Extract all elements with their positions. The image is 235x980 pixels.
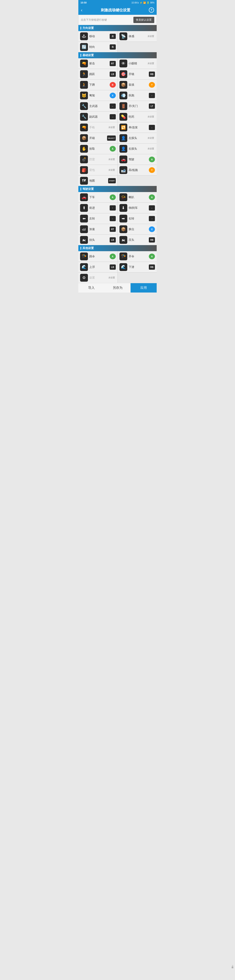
apply-button[interactable]: 应用 [131,283,157,293]
setting-peekright[interactable]: 👤 右探头 未设置 [118,143,157,154]
jump-key[interactable]: LB [110,72,116,77]
seat-icon: 📦 [120,225,127,233]
setting-bag[interactable]: 🎒 背包 未设置 [78,165,117,175]
primary-key[interactable]: ← [110,103,116,109]
motion-key[interactable]: 未设置 [147,34,155,39]
setting-drive[interactable]: 🚗 驾驶 A [118,154,157,165]
save-as-button[interactable]: 另存为 [104,283,131,293]
parachute-jump-key[interactable]: A [110,254,116,259]
scope-key[interactable]: RB [149,72,155,77]
setting-head-down[interactable]: 🏍 压头 RB [118,235,157,245]
heal-key[interactable]: 未设置 [147,114,155,119]
prone-key[interactable]: X [110,93,116,98]
setting-door[interactable]: 🚪 开/关门 LT [118,101,157,111]
peekleft-key[interactable]: 未设置 [147,135,155,141]
shoot-key[interactable]: RT [110,61,116,66]
setting-shoot[interactable]: 🔫 射击 RT [78,58,117,69]
sprint-key[interactable]: ↑ [149,93,155,98]
setting-pistol[interactable]: 🔫 手枪 未设置 [78,122,117,133]
eye-key[interactable]: 未设置 [147,61,155,66]
setting-swim-down[interactable]: 🌊 下潜 RB [118,262,157,272]
horn-key[interactable]: A [149,194,155,200]
section-other: 其他设置 [78,245,157,251]
help-button[interactable]: ? [149,7,154,13]
setting-exit-car[interactable]: 🚗 下车 A [78,192,117,202]
peekright-key[interactable]: 未设置 [147,146,155,151]
setting-peekleft[interactable]: 👤 左探头 未设置 [118,133,157,143]
firemode-key[interactable]: ↓ [149,125,155,130]
setting-heal[interactable]: 💊 吃药 未设置 [118,111,157,122]
notice-bar: 点击下方按钮进行改键 恢复默认设置 [78,15,157,25]
crouch-key[interactable]: B [110,82,116,88]
pistol-key[interactable]: 未设置 [107,125,116,130]
page-title: 刺激战场键位设置 [83,8,149,13]
swim-down-key[interactable]: RB [149,264,155,270]
setting-brake[interactable]: ⬇ 倒/刹车 ↓ [118,203,157,213]
setting-head-up[interactable]: 🏍 抬头 LB [78,235,117,245]
setting-reload[interactable]: 📦 装填 Y [118,80,157,90]
head-up-key[interactable]: LB [110,237,116,242]
setting-sprint[interactable]: 💨 疾跑 ↑ [118,90,157,101]
drive-key[interactable]: A [149,157,155,162]
options-icon: ⚙ [80,274,88,282]
setting-seat[interactable]: 📦 换位 X [118,224,157,234]
drive-icon: 🚗 [120,156,127,163]
setting-motion[interactable]: 📡 体感 未设置 [118,31,157,41]
pickup-key[interactable]: A [110,146,116,151]
setting-eye[interactable]: 👁 小眼睛 未设置 [118,58,157,69]
setting-forward[interactable]: ⬆ 前进 ↑ [78,203,117,213]
back-button[interactable]: ‹ [81,8,83,13]
exit-car-key[interactable]: A [110,194,116,200]
move-key[interactable]: 左 [110,34,116,39]
setting-options[interactable]: ⚙ 设置 未设置 [78,272,117,283]
battery-icon: 🔋 [147,2,149,4]
throw-key[interactable]: Y [149,167,155,173]
setting-right-turn[interactable]: ➡ 右转 → [118,213,157,224]
setting-jump[interactable]: 🏃 跳跃 LB [78,69,117,80]
swim-up-key[interactable]: LB [110,264,116,270]
setting-swim-up[interactable]: 🌊 上浮 LB [78,262,117,272]
forward-key[interactable]: ↑ [110,205,116,210]
setting-map[interactable]: 🗺 地图 START [78,175,117,186]
bottom-bar: 导入 另存为 应用 [78,283,157,293]
setting-firemode[interactable]: 🔁 单/连发 ↓ [118,122,157,133]
setting-accel[interactable]: 🏎 加速 RT [78,224,117,234]
turn-key[interactable]: 右 [110,45,116,49]
setting-pickup[interactable]: ✋ 拾取 A [78,143,117,154]
brake-key[interactable]: ↓ [149,205,155,210]
right-turn-key[interactable]: → [149,216,155,221]
setting-parachute-open[interactable]: 🪂 开伞 A [118,251,157,262]
setting-crouch[interactable]: 🧎 下蹲 B [78,80,117,90]
accel-key[interactable]: RT [110,227,116,232]
pistol-label: 手枪 [89,126,106,129]
setting-scope[interactable]: 🎯 开镜 RB [118,69,157,80]
empty3 [118,272,157,283]
setting-primary[interactable]: 🔧 主武器 ← [78,101,117,111]
seat-key[interactable]: X [149,226,155,232]
map-key[interactable]: START [108,178,115,183]
setting-move[interactable]: 🕹 移动 左 [78,31,117,41]
setting-horn[interactable]: 📯 喇叭 A [118,192,157,202]
import-button[interactable]: 导入 [78,283,104,293]
grenade-key[interactable]: 未设置 [107,157,116,162]
left-turn-icon: ⬅ [80,215,88,223]
head-down-key[interactable]: RB [149,237,155,242]
setting-left-turn[interactable]: ⬅ 左转 ← [78,213,117,224]
parachute-open-key[interactable]: A [149,254,155,259]
openbox-key[interactable]: SELECT [107,135,116,141]
setting-parachute-jump[interactable]: 🪂 跳伞 A [78,251,117,262]
reload-key[interactable]: Y [149,82,155,88]
setting-throw[interactable]: 🎿 高/低抛 Y [118,165,157,175]
bag-key[interactable]: 未设置 [107,167,116,173]
setting-grenade[interactable]: 💣 扔雷 未设置 [78,154,117,165]
setting-openbox[interactable]: 📦 开箱 SELECT [78,133,117,143]
options-key[interactable]: 未设置 [107,275,116,280]
section-basic: 基础设置 [78,52,157,58]
door-key[interactable]: LT [149,103,155,109]
left-turn-key[interactable]: ← [110,216,116,221]
setting-turn[interactable]: 🔄 转向 右 [78,42,117,52]
reset-button[interactable]: 恢复默认设置 [133,17,154,23]
secondary-key[interactable]: → [110,114,116,119]
setting-prone[interactable]: 🐱 匍匐 X [78,90,117,101]
setting-secondary[interactable]: 🔧 副武器 → [78,111,117,122]
